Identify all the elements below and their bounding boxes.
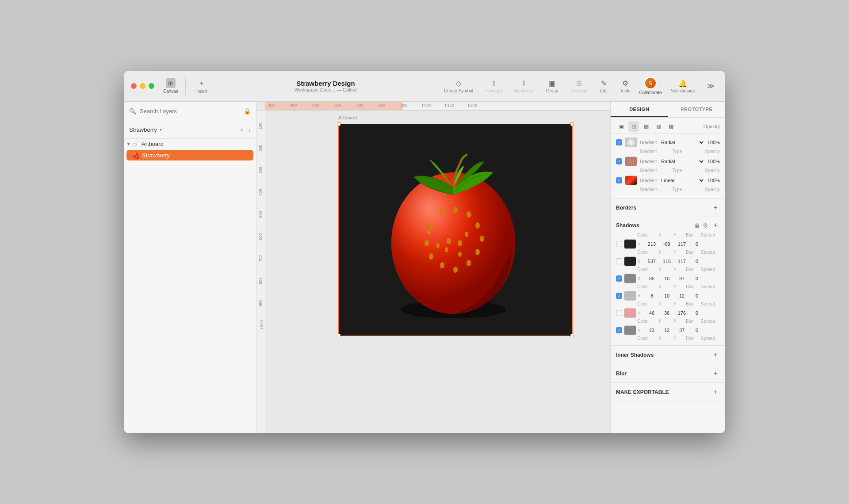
shadow-5-checkbox[interactable]	[616, 310, 622, 316]
fill-1-type-select[interactable]: Radial Linear	[659, 139, 705, 145]
blur-add-btn[interactable]: ＋	[711, 369, 720, 378]
close-button[interactable]	[131, 83, 137, 89]
shadows-add-btn[interactable]: ＋	[711, 221, 720, 230]
expand-pages-icon[interactable]: ›	[249, 126, 251, 134]
ungroup-icon: ⊞	[576, 79, 582, 88]
tools-button[interactable]: ⚙ Tools	[616, 77, 634, 95]
shadow-4-swatch[interactable]	[624, 291, 636, 301]
layer-item-strawberry[interactable]: 🍓 Strawberry	[126, 150, 253, 160]
ruler-v-mark-900: 900	[258, 299, 263, 306]
fill-1-checkbox[interactable]: ✓	[616, 139, 622, 145]
app-window: ⊞ Canvas ＋ Insert Strawberry Design Work…	[124, 71, 725, 433]
canvas-content: Artboard	[265, 111, 610, 433]
shadow-2-swatch[interactable]	[624, 256, 636, 266]
svg-point-18	[458, 240, 462, 246]
add-page-icon[interactable]: ＋	[239, 126, 245, 134]
shadow-5-x: 46	[645, 310, 658, 316]
shadow-5-spread: 0	[690, 310, 704, 316]
shadow-row-5: 8 46 36 176 0	[616, 308, 720, 318]
shadow-4-y: 10	[660, 293, 673, 298]
search-icon: 🔍	[129, 108, 136, 115]
svg-point-19	[465, 232, 468, 237]
make-exportable-section[interactable]: MAKE EXPORTABLE ＋	[611, 383, 725, 401]
group-icon: ▣	[549, 79, 555, 88]
fill-2-swatch[interactable]	[625, 157, 637, 166]
svg-point-17	[447, 238, 451, 244]
backward-button[interactable]: ⬇ Backward	[511, 77, 537, 95]
fill-2-label-opacity: Opacity	[705, 168, 720, 173]
create-symbol-button[interactable]: ◇ Create Symbol	[440, 77, 477, 95]
shadow-6-swatch[interactable]	[624, 325, 636, 335]
fill-3-swatch[interactable]	[625, 176, 637, 185]
shadow-1-spread: 0	[690, 241, 704, 247]
shadow-5-swatch[interactable]	[624, 308, 636, 318]
notifications-icon: 🔔	[678, 79, 687, 88]
canvas-view-button[interactable]: ⊞ Canvas	[163, 78, 178, 94]
fill-3-type-select[interactable]: Linear Radial	[659, 177, 705, 183]
make-exportable-add-btn[interactable]: ＋	[711, 387, 720, 397]
shadow-2-checkbox[interactable]	[616, 258, 622, 264]
shadows-section: Shadows 🗑 ⚙ ＋ Color X Y Blur Spread	[611, 217, 725, 346]
shadow-3-checkbox[interactable]: ✓	[616, 275, 622, 282]
fill-row-3: ✓ Gradient Linear Radial 100%	[616, 176, 720, 185]
ruler-v-mark-300: 300	[258, 167, 263, 173]
opacity-label: Opacity	[704, 124, 720, 129]
minimize-button[interactable]	[140, 83, 145, 89]
shadows-delete-btn[interactable]: 🗑	[694, 222, 700, 229]
shadow-1-checkbox[interactable]	[616, 241, 622, 247]
tools-icon: ⚙	[622, 79, 628, 88]
svg-point-21	[458, 252, 462, 257]
inner-shadows-section[interactable]: Inner Shadows ＋	[611, 346, 725, 364]
fill-mode-radial[interactable]: ▦	[641, 121, 651, 132]
artboard-frame[interactable]	[338, 124, 573, 336]
fill-row-1: ✓ Gradient Radial Linear 100%	[616, 137, 720, 147]
fill-2-checkbox[interactable]: ✓	[616, 158, 622, 164]
svg-point-20	[445, 247, 448, 252]
fill-3-label-opacity: Opacity	[705, 187, 720, 192]
fill-mode-linear[interactable]: ▤	[628, 121, 639, 132]
shadow-1-color-label: Color	[637, 250, 652, 255]
tab-design[interactable]: DESIGN	[611, 102, 668, 117]
fill-mode-solid[interactable]: ▣	[616, 121, 627, 132]
insert-button[interactable]: ＋ Insert	[193, 77, 211, 95]
ruler-mark-300: 300	[268, 103, 275, 107]
tab-prototype[interactable]: PROTOTYPE	[668, 102, 726, 117]
shadow-2-x: 537	[645, 259, 658, 264]
inner-shadows-add-btn[interactable]: ＋	[711, 350, 720, 359]
shadow-4-checkbox[interactable]: ✓	[616, 293, 622, 299]
edit-button[interactable]: ✎ Edit	[597, 77, 611, 95]
search-input[interactable]	[140, 108, 240, 115]
shadows-settings-btn[interactable]: ⚙	[703, 222, 708, 229]
fill-3-label-type: Type	[673, 187, 703, 192]
shadow-6-checkbox[interactable]: ✓	[616, 327, 622, 333]
blur-section[interactable]: Blur ＋	[611, 364, 725, 383]
fill-3-checkbox[interactable]: ✓	[616, 177, 622, 183]
shadow-2-blur: 117	[675, 259, 688, 264]
artboard-layer[interactable]: ▾ ▭ Artboard	[124, 139, 256, 149]
ruler-v-mark-500: 500	[258, 211, 263, 218]
ungroup-button[interactable]: ⊞ Ungroup	[567, 77, 591, 95]
page-row[interactable]: Strawberry ▾ ＋ ›	[124, 121, 256, 139]
expand-button[interactable]: ≫	[704, 80, 718, 92]
shadow-3-swatch[interactable]	[624, 274, 636, 283]
ruler-v-mark-1000: 1'000	[260, 320, 264, 330]
notifications-button[interactable]: 🔔 Notifications	[667, 77, 698, 95]
canvas-label: Canvas	[163, 89, 178, 94]
fill-mode-color[interactable]: ▨	[653, 121, 664, 132]
shadow-1-swatch[interactable]	[624, 239, 636, 249]
canvas-area[interactable]: 300 400 500 600 700 800 900 1'000 1'100 …	[256, 102, 610, 433]
borders-add-btn[interactable]: ＋	[711, 203, 720, 212]
fill-3-labels: Gradient Type Opacity	[616, 187, 720, 192]
right-panel: DESIGN PROTOTYPE ▣ ▤ ▦ ▨ ▩ Opacity ✓ Gra…	[610, 102, 725, 433]
shadow-6-x: 23	[645, 328, 658, 333]
shadow-row-6: ✓ 8 23 12 37 0	[616, 325, 720, 335]
fill-1-swatch[interactable]	[625, 137, 637, 147]
borders-section[interactable]: Borders ＋	[611, 199, 725, 217]
fill-mode-image[interactable]: ▩	[665, 121, 676, 132]
ruler-mark-800: 800	[379, 103, 385, 107]
fill-2-type-select[interactable]: Radial Linear	[659, 158, 705, 164]
fullscreen-button[interactable]	[149, 83, 154, 89]
forward-button[interactable]: ⬆ Forward	[482, 77, 505, 95]
collaborate-button[interactable]: S Collaborate	[639, 77, 662, 95]
group-button[interactable]: ▣ Group	[543, 77, 562, 95]
